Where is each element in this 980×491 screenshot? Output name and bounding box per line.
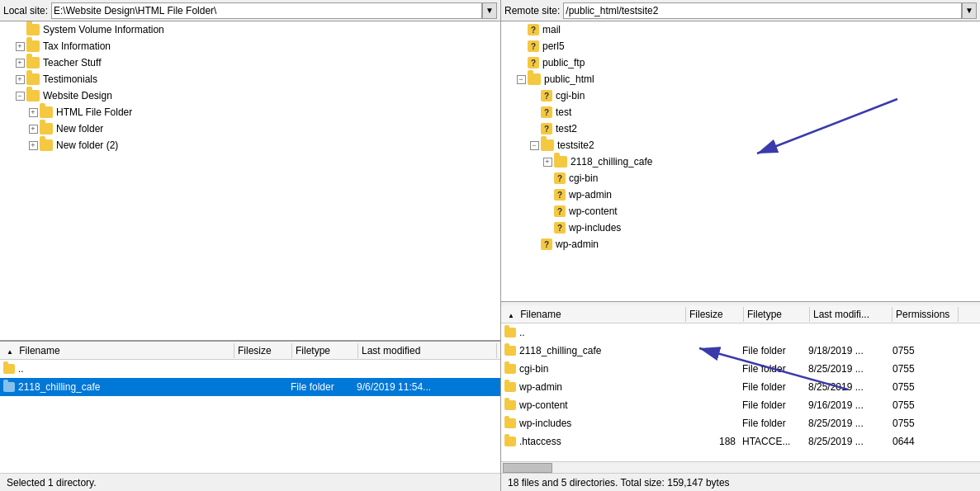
- remote-tree-item-test2[interactable]: ?test2: [501, 120, 980, 137]
- local-tree-item-teacherstuff[interactable]: +Teacher Stuff: [0, 54, 500, 71]
- remote-tree-item-mail[interactable]: ?mail: [501, 21, 980, 38]
- remote-tree-item-wp-includes-r[interactable]: ?wp-includes: [501, 220, 980, 236]
- remote-tree-item-cgi-bin-sub[interactable]: ?cgi-bin: [501, 87, 980, 104]
- remote-file-row[interactable]: cgi-binFile folder8/25/2019 ...0755: [501, 360, 980, 378]
- expand-icon[interactable]: +: [541, 155, 554, 168]
- col-filename-label: Filename: [19, 345, 59, 356]
- expand-icon[interactable]: +: [13, 73, 26, 86]
- expand-icon[interactable]: [514, 40, 528, 53]
- local-tree-item-websitedesign[interactable]: −Website Design: [0, 87, 500, 104]
- local-tree-item-htmlfilefolder[interactable]: +HTML File Folder: [0, 104, 500, 120]
- remote-tree-item-2118chilling[interactable]: +2118_chilling_cafe: [501, 153, 980, 170]
- remote-file-name-label: wp-admin: [519, 381, 684, 393]
- expand-icon[interactable]: +: [26, 139, 40, 152]
- remote-tree-item-perl5[interactable]: ?perl5: [501, 38, 980, 54]
- tree-item-label: mail: [542, 24, 561, 35]
- local-status-bar: Selected 1 directory.: [0, 473, 500, 491]
- expand-icon[interactable]: +: [13, 56, 26, 69]
- remote-file-perms-label: 0755: [892, 363, 977, 375]
- remote-site-bar: Remote site: ▼: [501, 0, 980, 21]
- remote-file-type-label: File folder: [742, 399, 808, 411]
- remote-file-row[interactable]: ..: [501, 323, 980, 342]
- remote-file-type-label: File folder: [742, 418, 808, 429]
- remote-tree-item-test[interactable]: ?test: [501, 104, 980, 120]
- local-site-path-input[interactable]: [51, 2, 482, 19]
- file-folder-icon: [504, 382, 516, 392]
- expand-icon[interactable]: −: [514, 73, 528, 86]
- remote-file-perms-label: 0755: [892, 418, 977, 429]
- rcol-header-filetype[interactable]: Filetype: [744, 307, 810, 322]
- remote-file-row[interactable]: 2118_chilling_cafeFile folder9/18/2019 .…: [501, 342, 980, 360]
- local-site-dropdown-btn[interactable]: ▼: [482, 2, 497, 19]
- local-file-list-header: ▲ Filename Filesize Filetype Last modifi…: [0, 342, 500, 360]
- tree-item-label: testsite2: [557, 139, 594, 151]
- remote-tree-item-wp-admin-r[interactable]: ?wp-admin: [501, 186, 980, 203]
- col-header-filename[interactable]: ▲ Filename: [3, 343, 234, 358]
- expand-icon[interactable]: [541, 172, 554, 185]
- rcol-header-filename[interactable]: ▲ Filename: [504, 307, 686, 322]
- remote-file-perms-label: 0755: [892, 345, 977, 356]
- rcol-perms-label: Permissions: [896, 309, 949, 320]
- local-file-row[interactable]: ..: [0, 360, 500, 378]
- question-icon: ?: [554, 205, 566, 217]
- remote-file-size-label: 188: [684, 436, 742, 447]
- question-icon: ?: [554, 222, 566, 234]
- local-tree-item-taxinfo[interactable]: +Tax Information: [0, 38, 500, 54]
- remote-file-row[interactable]: wp-includesFile folder8/25/2019 ...0755: [501, 414, 980, 432]
- local-tree-item-newfolder2[interactable]: +New folder (2): [0, 137, 500, 153]
- col-header-filesize[interactable]: Filesize: [234, 343, 292, 358]
- file-name-label: ..: [18, 363, 233, 375]
- remote-site-dropdown-btn[interactable]: ▼: [962, 2, 977, 19]
- question-icon: ?: [528, 57, 539, 68]
- remote-file-date-label: 9/16/2019 ...: [808, 399, 892, 411]
- expand-icon[interactable]: [528, 122, 541, 135]
- file-folder-icon: [504, 418, 516, 428]
- expand-icon[interactable]: [528, 89, 541, 102]
- remote-site-path-input[interactable]: [563, 2, 962, 19]
- rcol-filesize-label: Filesize: [689, 309, 723, 320]
- remote-tree-item-testsite2[interactable]: −testsite2: [501, 137, 980, 153]
- expand-icon[interactable]: [514, 23, 528, 36]
- sort-arrow-icon: ▲: [7, 348, 13, 356]
- remote-tree-item-cgi-bin-sub2[interactable]: ?cgi-bin: [501, 170, 980, 186]
- expand-icon[interactable]: [528, 106, 541, 119]
- remote-tree-item-public_ftp[interactable]: ?public_ftp: [501, 54, 980, 71]
- expand-icon[interactable]: +: [26, 122, 40, 135]
- folder-icon: [26, 90, 40, 102]
- local-tree-item-sysvolinfo[interactable]: System Volume Information: [0, 21, 500, 38]
- remote-tree-item-wp-admin-r2[interactable]: ?wp-admin: [501, 236, 980, 253]
- local-tree-item-testimonials[interactable]: +Testimonials: [0, 71, 500, 87]
- remote-file-row[interactable]: .htaccess188HTACCE...8/25/2019 ...0644: [501, 432, 980, 451]
- tree-item-label: wp-admin: [556, 238, 599, 250]
- col-header-filetype[interactable]: Filetype: [292, 343, 358, 358]
- rcol-header-filesize[interactable]: Filesize: [686, 307, 744, 322]
- local-tree-item-newfolder[interactable]: +New folder: [0, 120, 500, 137]
- expand-icon[interactable]: +: [26, 106, 40, 119]
- expand-icon[interactable]: [528, 238, 541, 251]
- folder-icon: [554, 156, 567, 168]
- expand-icon[interactable]: −: [13, 89, 26, 102]
- expand-icon[interactable]: [541, 221, 554, 234]
- remote-tree-item-public_html[interactable]: −public_html: [501, 71, 980, 87]
- expand-icon[interactable]: +: [13, 40, 26, 53]
- remote-file-date-label: 8/25/2019 ...: [808, 436, 892, 447]
- remote-horizontal-scrollbar[interactable]: [501, 461, 980, 473]
- expand-icon[interactable]: [541, 188, 554, 201]
- col-header-lastmod[interactable]: Last modified: [358, 343, 497, 358]
- expand-icon[interactable]: −: [528, 139, 541, 152]
- tree-item-label: New folder (2): [56, 139, 118, 151]
- expand-icon[interactable]: [541, 205, 554, 218]
- remote-file-row[interactable]: wp-adminFile folder8/25/2019 ...0755: [501, 378, 980, 396]
- expand-icon[interactable]: [514, 56, 528, 69]
- remote-file-row[interactable]: wp-contentFile folder9/16/2019 ...0755: [501, 396, 980, 414]
- tree-item-label: test: [556, 106, 571, 118]
- remote-tree-item-wp-content-r[interactable]: ?wp-content: [501, 203, 980, 220]
- local-file-row[interactable]: 2118_chilling_cafeFile folder9/6/2019 11…: [0, 378, 500, 396]
- question-icon: ?: [541, 90, 552, 102]
- file-folder-icon: [504, 437, 516, 446]
- scrollbar-thumb[interactable]: [503, 463, 552, 473]
- rcol-header-perms[interactable]: Permissions: [892, 307, 959, 322]
- expand-icon[interactable]: [13, 23, 26, 36]
- rcol-header-lastmod[interactable]: Last modifi...: [810, 307, 892, 322]
- remote-file-date-label: 8/25/2019 ...: [808, 363, 892, 375]
